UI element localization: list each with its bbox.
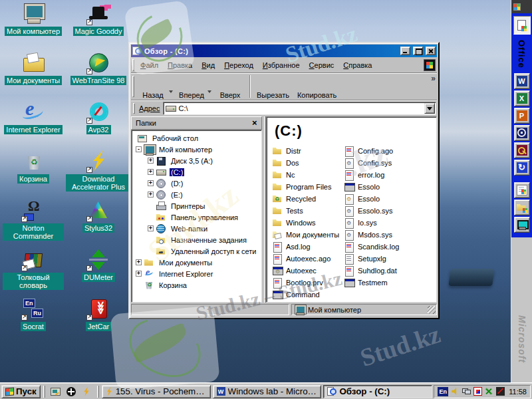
file-name[interactable]: Bootlog.prv — [286, 279, 323, 287]
file-name[interactable]: Setupxlg — [358, 255, 386, 263]
tree-item-label[interactable]: Мои документы — [158, 259, 213, 267]
file-item[interactable]: Msdos.sys — [344, 229, 436, 241]
desktop-icon-image[interactable] — [86, 298, 110, 321]
officebar-app-button[interactable] — [514, 160, 530, 176]
officebar-app-button[interactable] — [514, 90, 530, 106]
officebar-tool-button[interactable] — [514, 200, 530, 215]
minimize-button[interactable] — [400, 47, 410, 55]
file-name[interactable]: Recycled — [286, 195, 316, 203]
file-item[interactable]: Autoexec.ago — [272, 253, 344, 265]
file-name[interactable]: Tests — [286, 207, 303, 215]
new-office-document-button[interactable] — [513, 16, 531, 35]
file-name[interactable]: Msdos.sys — [358, 231, 392, 239]
desktop-icon-label[interactable]: Толковый словарь — [3, 273, 64, 290]
file-name[interactable]: Мои документы — [286, 231, 339, 239]
language-indicator[interactable]: En — [438, 387, 448, 396]
tree-item[interactable]: Назначенные задания — [132, 234, 261, 245]
file-item[interactable]: Tests — [272, 205, 344, 217]
menu-item[interactable]: Правка — [163, 59, 197, 71]
desktop-icon-label[interactable]: WebTranSite 98 — [70, 76, 127, 85]
tree-item-label[interactable]: Диск 3,5 (A:) — [170, 157, 214, 165]
desktop-icon-image[interactable] — [21, 101, 45, 124]
officebar-app-button[interactable] — [514, 142, 530, 158]
tree-item-label[interactable]: Назначенные задания — [170, 236, 248, 244]
officebar-tool-button[interactable] — [514, 182, 530, 198]
tray-icon[interactable] — [451, 387, 460, 396]
file-item[interactable]: Essolo — [344, 193, 436, 205]
file-name[interactable]: Essolo.sys — [358, 207, 393, 215]
desktop-icon-image[interactable] — [86, 52, 110, 74]
file-name[interactable]: Nc — [286, 171, 295, 179]
file-name[interactable]: Program Files — [286, 183, 331, 191]
folders-close-icon[interactable] — [250, 119, 259, 128]
desktop-icon[interactable]: WebTranSite 98 — [65, 52, 132, 101]
task-button[interactable]: Обзор - (C:) — [323, 385, 432, 398]
tree-item-label[interactable]: Рабочий стол — [151, 134, 200, 142]
file-name[interactable]: Config.ago — [358, 147, 393, 155]
file-name[interactable]: error.log — [358, 171, 384, 179]
file-name[interactable]: Testmem — [358, 279, 388, 287]
tray-icon[interactable] — [496, 387, 505, 396]
desktop-icon[interactable]: Magic Gooddy — [65, 3, 132, 52]
file-name[interactable]: Suhdlog.dat — [358, 267, 397, 275]
desktop-icon-image[interactable] — [21, 3, 45, 25]
tree-item-label[interactable]: (D:) — [170, 180, 184, 188]
file-name[interactable]: Asd.log — [286, 243, 311, 251]
file-item[interactable]: Suhdlog.dat — [344, 265, 436, 277]
menu-item[interactable]: Справка — [338, 59, 376, 71]
file-item[interactable]: Asd.log — [272, 241, 344, 253]
tree-item[interactable]: Принтеры — [132, 200, 261, 211]
tree-item[interactable]: + (C:) — [132, 166, 261, 178]
file-item[interactable]: Scandisk.log — [344, 241, 436, 253]
desktop-icon-image[interactable] — [21, 249, 45, 271]
file-item[interactable]: Setupxlg — [344, 253, 436, 265]
desktop-icon-label[interactable]: DUMeter — [82, 273, 115, 282]
desktop-icon-label[interactable]: Мой компьютер — [5, 27, 62, 36]
desktop-icon-label[interactable]: Internet Explorer — [4, 125, 62, 134]
desktop-icon[interactable]: DUMeter — [65, 249, 132, 298]
officebar-tool-button[interactable] — [514, 217, 530, 233]
desktop-icon-label[interactable]: Norton Commander — [3, 223, 64, 241]
file-name[interactable]: Autoexec.ago — [286, 255, 331, 263]
tree-item[interactable]: + Диск 3,5 (A:) — [132, 155, 261, 166]
desktop-icon[interactable]: Internet Explorer — [3, 101, 64, 150]
tree-item[interactable]: Рабочий стол — [132, 132, 261, 144]
desktop-icon[interactable]: Толковый словарь — [3, 249, 64, 298]
tree-item[interactable]: + (D:) — [132, 178, 261, 189]
file-item[interactable]: Nc — [272, 169, 344, 181]
desktop-icon-image[interactable] — [86, 101, 110, 124]
address-value[interactable]: C:\ — [179, 104, 188, 112]
tree-item[interactable]: + Internet Explorer — [132, 268, 261, 279]
file-item[interactable]: Recycled — [272, 193, 344, 205]
toolbar-grip[interactable] — [132, 76, 134, 97]
file-item[interactable]: Command — [272, 289, 344, 301]
file-item[interactable]: error.log — [344, 169, 436, 181]
desktop-icon-label[interactable]: Download Accelerator Plus — [66, 174, 131, 192]
tree-item[interactable]: + (E:) — [132, 189, 261, 200]
file-name[interactable]: Io.sys — [358, 219, 377, 227]
dropdown-caret-icon[interactable] — [207, 90, 211, 95]
file-item[interactable]: Essolo.sys — [344, 205, 436, 217]
desktop-icon-image[interactable] — [86, 150, 110, 173]
file-item[interactable]: Windows — [272, 217, 344, 229]
file-item[interactable]: Essolo — [344, 181, 436, 193]
desktop-icon-image[interactable] — [86, 249, 110, 271]
desktop-icon-label[interactable]: Корзина — [17, 174, 49, 184]
officebar-app-button[interactable] — [514, 73, 530, 89]
desktop-icon[interactable]: Stylus32 — [65, 200, 132, 249]
tray-icon[interactable] — [485, 387, 493, 396]
file-name[interactable]: Config.sys — [358, 159, 392, 167]
file-name[interactable]: Essolo — [358, 183, 380, 191]
address-combo[interactable]: C:\ — [163, 102, 437, 115]
resize-grip[interactable] — [428, 306, 436, 314]
tree-item-label[interactable]: Панель управления — [170, 213, 239, 221]
tree-item[interactable]: Удаленный доступ к сети — [132, 245, 261, 257]
file-name[interactable]: Dos — [286, 159, 299, 167]
file-item[interactable]: Мои документы — [272, 229, 344, 241]
menu-item[interactable]: Вид — [197, 59, 219, 71]
desktop-icon-label[interactable]: Socrat — [21, 322, 46, 331]
quick-launch-button[interactable] — [80, 386, 92, 398]
tree-expander-icon[interactable]: + — [148, 180, 154, 186]
desktop-icon-label[interactable]: Avp32 — [86, 125, 111, 134]
tree-item-label[interactable]: (E:) — [170, 191, 184, 199]
